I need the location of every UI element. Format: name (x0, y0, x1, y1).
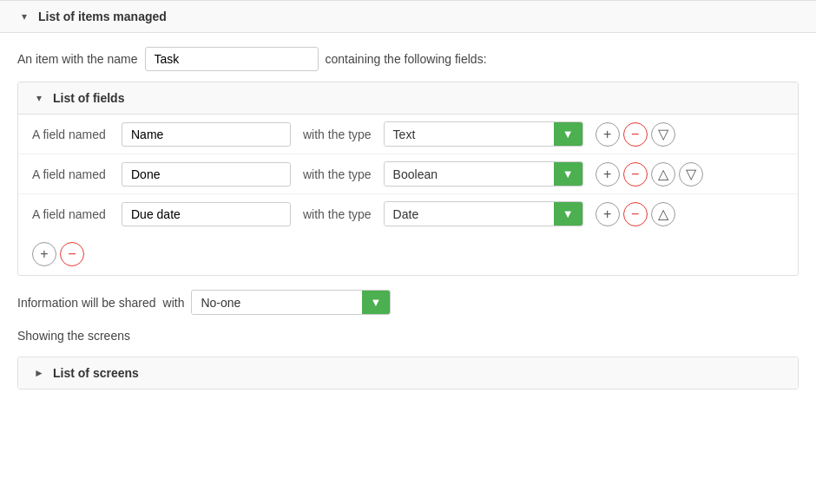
sharing-row: Information will be shared with No-one ▼ (17, 290, 799, 315)
sharing-connector: with (163, 296, 185, 310)
type-dropdown-btn-1[interactable]: ▼ (554, 122, 582, 146)
move-down-btn-2[interactable]: ▽ (679, 162, 703, 187)
type-dropdown-btn-3[interactable]: ▼ (554, 202, 582, 226)
remove-row-btn[interactable]: − (60, 242, 84, 266)
showing-label: Showing the screens (17, 329, 799, 343)
action-buttons-3: + − △ (596, 202, 675, 226)
type-select-text-2: Boolean (385, 163, 554, 186)
add-field-btn-2[interactable]: + (596, 162, 620, 187)
field-label-2: A field named (32, 167, 115, 181)
screens-header[interactable]: ► List of screens (18, 357, 798, 389)
chevron-down-icon: ▾ (17, 10, 31, 23)
fields-title: List of fields (53, 91, 124, 105)
type-label-3: with the type (303, 207, 372, 221)
fields-add-remove-row: + − (18, 233, 798, 275)
item-name-row: An item with the name containing the fol… (17, 47, 799, 71)
action-buttons-1: + − ▽ (596, 122, 675, 147)
sharing-dropdown-btn[interactable]: ▼ (362, 291, 391, 314)
fields-chevron-icon: ▾ (32, 91, 46, 105)
remove-field-btn-3[interactable]: − (623, 202, 648, 226)
action-buttons-2: + − △ ▽ (596, 162, 703, 187)
fields-section: ▾ List of fields A field named with the … (17, 82, 799, 276)
screens-section: ► List of screens (17, 357, 799, 389)
field-name-input-2[interactable] (122, 162, 291, 187)
field-name-input-3[interactable] (122, 202, 291, 226)
remove-field-btn-1[interactable]: − (623, 122, 648, 147)
items-managed-content: An item with the name containing the fol… (0, 33, 816, 403)
table-row: A field named with the type Boolean ▼ + … (18, 154, 798, 194)
item-name-prefix: An item with the name (17, 52, 138, 66)
sharing-prefix: Information will be shared (17, 296, 156, 310)
table-row: A field named with the type Text ▼ + − ▽ (18, 115, 798, 154)
sharing-select-wrapper: No-one ▼ (191, 290, 391, 315)
add-row-btn[interactable]: + (32, 242, 56, 266)
move-up-btn-2[interactable]: △ (651, 162, 675, 187)
move-down-btn-1[interactable]: ▽ (651, 122, 675, 147)
fields-table: A field named with the type Text ▼ + − ▽ (18, 115, 798, 233)
fields-header[interactable]: ▾ List of fields (18, 82, 798, 115)
type-select-wrapper-2: Boolean ▼ (384, 161, 583, 187)
sharing-select-value: No-one (192, 291, 361, 314)
field-label-3: A field named (32, 207, 115, 221)
type-select-text-1: Text (385, 123, 554, 146)
move-up-btn-3[interactable]: △ (651, 202, 675, 226)
screens-title: List of screens (53, 366, 139, 380)
items-managed-header[interactable]: ▾ List of items managed (0, 1, 816, 33)
type-select-text-3: Date (385, 203, 554, 226)
table-row: A field named with the type Date ▼ + − △ (18, 194, 798, 233)
add-field-btn-3[interactable]: + (596, 202, 620, 226)
add-field-btn-1[interactable]: + (596, 122, 620, 147)
type-select-wrapper-3: Date ▼ (384, 201, 583, 226)
type-dropdown-btn-2[interactable]: ▼ (554, 162, 582, 186)
items-managed-title: List of items managed (38, 10, 167, 23)
item-name-suffix: containing the following fields: (326, 52, 487, 66)
type-label-2: with the type (303, 167, 372, 181)
item-name-input[interactable] (145, 47, 319, 71)
remove-field-btn-2[interactable]: − (623, 162, 648, 187)
type-label-1: with the type (303, 128, 372, 141)
chevron-right-icon: ► (32, 366, 46, 380)
items-managed-section: ▾ List of items managed An item with the… (0, 0, 816, 403)
type-select-wrapper-1: Text ▼ (384, 121, 583, 147)
field-label-1: A field named (32, 128, 115, 141)
field-name-input-1[interactable] (122, 122, 291, 147)
